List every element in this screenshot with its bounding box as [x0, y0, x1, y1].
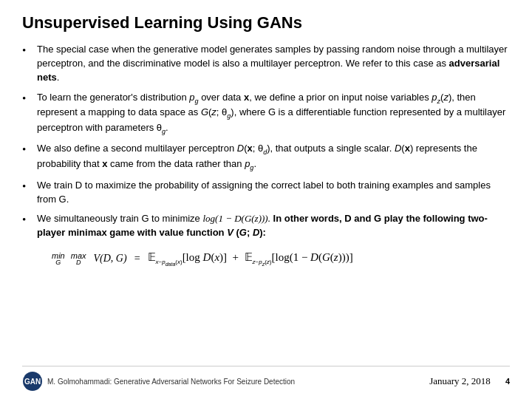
bullet-item-4: • We train D to maximize the probability…: [22, 179, 510, 207]
formula-block: min G max D V(D, G) = 𝔼x~pdata(x)[log D(…: [52, 250, 510, 267]
bullet-text-4: We train D to maximize the probability o…: [37, 179, 510, 207]
footer-right: January 2, 2018 4: [429, 375, 510, 387]
bullet-dot-1: •: [22, 43, 34, 59]
formula-maxop: max D: [71, 251, 86, 266]
bullet-dot-4: •: [22, 179, 34, 195]
formula-vdg: V(D, G): [94, 253, 127, 265]
bullet-dot-3: •: [22, 142, 34, 158]
content-area: • The special case when the generative m…: [22, 43, 510, 363]
footer-date: January 2, 2018: [429, 375, 491, 387]
bullet-text-2: To learn the generator's distribution pg…: [37, 91, 510, 137]
bullet-text-1: The special case when the generative mod…: [37, 43, 510, 85]
bullet-item-5: • We simultaneously train G to minimize …: [22, 212, 510, 240]
footer-author: M. Golmohammadi: Generative Adversarial …: [47, 378, 295, 386]
bullet-dot-5: •: [22, 212, 34, 228]
formula-minmax: min G: [52, 251, 65, 266]
formula-expectation: 𝔼x~pdata(x)[log D(x)] + 𝔼z~pz(z)[log(1 −…: [148, 250, 353, 267]
slide: Unsupervised Learning Using GANs • The s…: [0, 0, 532, 399]
footer-logo-icon: GAN: [22, 371, 43, 392]
footer: GAN M. Golmohammadi: Generative Adversar…: [22, 366, 510, 392]
footer-left: GAN M. Golmohammadi: Generative Adversar…: [22, 371, 295, 392]
bullet-item-2: • To learn the generator's distribution …: [22, 91, 510, 137]
svg-text:GAN: GAN: [24, 378, 41, 386]
bullet-item-1: • The special case when the generative m…: [22, 43, 510, 85]
bullet-dot-2: •: [22, 91, 34, 107]
bullet-text-3: We also define a second multilayer perce…: [37, 142, 510, 172]
page-number: 4: [505, 377, 510, 386]
slide-title: Unsupervised Learning Using GANs: [22, 13, 510, 33]
bullet-item-3: • We also define a second multilayer per…: [22, 142, 510, 172]
bullet-text-5: We simultaneously train G to minimize lo…: [37, 212, 510, 240]
formula-equals: =: [134, 253, 140, 265]
